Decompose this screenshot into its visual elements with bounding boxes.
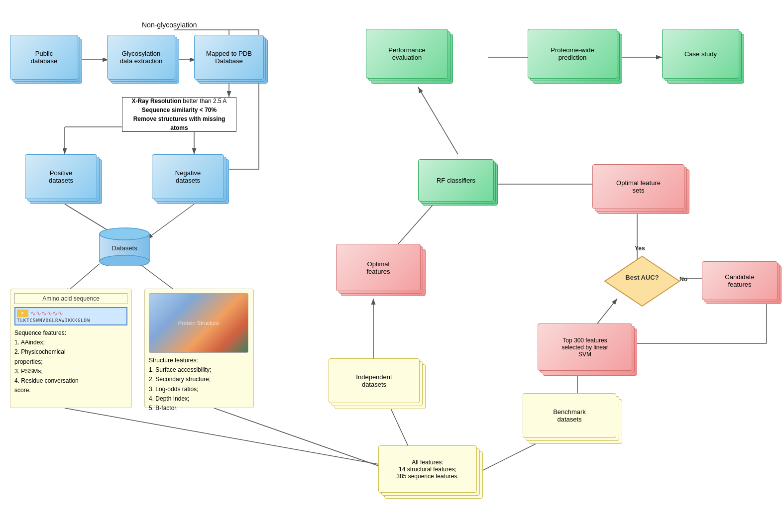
mapped-pdb-card: Mapped to PDB Database: [194, 35, 264, 80]
public-database-label: Public database: [31, 50, 58, 65]
amino-sequence-visual: ➤ ∿∿∿∿∿∿ TLKTCSWNVDGLRAWIKKKGLDW: [14, 307, 127, 325]
candidate-features-label: Candidate features: [725, 273, 754, 288]
positive-datasets-label: Positive datasets: [49, 169, 73, 184]
yes-label: Yes: [635, 245, 645, 252]
svg-text:Datasets: Datasets: [112, 244, 137, 252]
positive-datasets-stack: Positive datasets: [25, 154, 102, 204]
negative-datasets-label: Negative datasets: [175, 169, 201, 184]
benchmark-datasets-label: Benchmark datasets: [553, 408, 586, 423]
candidate-features-card: Candidate features: [702, 261, 778, 300]
seq-icons: ➤ ∿∿∿∿∿∿: [17, 310, 125, 317]
xray-text: X-Ray Resolution: [132, 98, 181, 105]
performance-eval-stack: Performance evaluation: [366, 29, 453, 86]
mapped-pdb-label: Mapped to PDB Database: [206, 50, 252, 65]
diagram-container: Non-glycosylation Public database Glycos…: [0, 0, 784, 532]
sequence-features-box: Amino acid sequence ➤ ∿∿∿∿∿∿ TLKTCSWNVDG…: [10, 289, 132, 408]
mapped-pdb-stack: Mapped to PDB Database: [194, 35, 269, 85]
structure-features-box: Protein Structure Structure features: 1.…: [144, 289, 254, 408]
datasets-svg: Datasets: [97, 226, 152, 266]
glycosylation-extraction-card: Glycosylation data extraction: [107, 35, 175, 80]
rf-classifiers-stack: RF classifiers: [418, 159, 498, 209]
top300-card: Top 300 features selected by linear SVM: [538, 323, 632, 371]
all-features-stack: All features: 14 structural features; 38…: [378, 445, 483, 500]
svg-line-18: [65, 408, 398, 468]
best-auc-diamond: Best AUC? Yes No: [602, 254, 682, 310]
datasets-cylinder: Datasets: [97, 226, 152, 268]
proteome-prediction-card: Proteome-wide prediction: [528, 29, 617, 79]
glycosylation-extraction-stack: Glycosylation data extraction: [107, 35, 179, 85]
rf-classifiers-card: RF classifiers: [418, 159, 494, 202]
svg-point-36: [100, 228, 149, 240]
all-features-card: All features: 14 structural features; 38…: [378, 445, 477, 493]
svg-text:Best AUC?: Best AUC?: [625, 274, 659, 281]
wave-icon: ∿∿∿∿∿∿: [30, 310, 63, 317]
rf-classifiers-label: RF classifiers: [437, 177, 475, 184]
top300-label: Top 300 features selected by linear SVM: [561, 337, 608, 358]
case-study-label: Case study: [684, 50, 717, 58]
public-database-card: Public database: [10, 35, 78, 80]
candidate-features-stack: Candidate features: [702, 261, 782, 306]
case-study-card: Case study: [662, 29, 739, 79]
amino-acid-label: Amino acid sequence: [14, 293, 127, 304]
filter-box: X-Ray Resolution better than 2.5 A Seque…: [122, 97, 236, 132]
performance-eval-label: Performance evaluation: [388, 46, 425, 61]
independent-datasets-label: Independent datasets: [356, 373, 392, 388]
optimal-feature-sets-card: Optimal feature sets: [592, 164, 684, 209]
non-glycosylation-label: Non-glycosylation: [142, 21, 197, 29]
public-database-stack: Public database: [10, 35, 82, 85]
negative-datasets-card: Negative datasets: [152, 154, 224, 199]
filter-text: X-Ray Resolution better than 2.5 A Seque…: [125, 97, 233, 132]
independent-datasets-stack: Independent datasets: [329, 358, 426, 411]
glycosylation-extraction-label: Glycosylation data extraction: [120, 50, 162, 65]
arrow-icon: ➤: [17, 310, 28, 317]
svg-line-13: [147, 204, 194, 239]
optimal-features-card: Optimal features: [336, 244, 421, 291]
benchmark-datasets-stack: Benchmark datasets: [523, 393, 622, 445]
all-features-label: All features: 14 structural features; 38…: [396, 459, 458, 480]
case-study-stack: Case study: [662, 29, 744, 86]
diamond-svg: Best AUC?: [602, 254, 682, 309]
benchmark-datasets-card: Benchmark datasets: [523, 393, 616, 438]
optimal-feature-sets-stack: Optimal feature sets: [592, 164, 689, 216]
svg-line-19: [214, 408, 398, 473]
performance-eval-card: Performance evaluation: [366, 29, 448, 79]
optimal-features-label: Optimal features: [367, 260, 390, 275]
svg-line-27: [418, 87, 458, 154]
struct-features-text: Structure features: 1. Surface accessibi…: [149, 356, 249, 413]
no-label: No: [679, 276, 687, 283]
optimal-feature-sets-label: Optimal feature sets: [616, 179, 661, 194]
proteome-prediction-stack: Proteome-wide prediction: [528, 29, 622, 86]
positive-datasets-card: Positive datasets: [25, 154, 97, 199]
svg-marker-39: [605, 256, 679, 306]
remove-text: Remove structures with missing atoms: [133, 115, 225, 131]
proteome-prediction-label: Proteome-wide prediction: [551, 46, 594, 61]
seq-features-text: Sequence features: 1. AAindex; 2. Physic…: [14, 328, 127, 395]
protein-image-label: Protein Structure: [178, 320, 220, 326]
protein-structure-image: Protein Structure: [149, 293, 248, 353]
independent-datasets-card: Independent datasets: [329, 358, 420, 403]
top300-stack: Top 300 features selected by linear SVM: [538, 323, 637, 378]
negative-datasets-stack: Negative datasets: [152, 154, 229, 204]
sequence-text: TLKTCSWNVDGLRAWIKKKGLDW: [17, 318, 125, 323]
svg-point-37: [100, 255, 149, 266]
seq-sim-text: Sequence similarity < 70%: [142, 106, 217, 113]
optimal-features-stack: Optimal features: [336, 244, 426, 299]
